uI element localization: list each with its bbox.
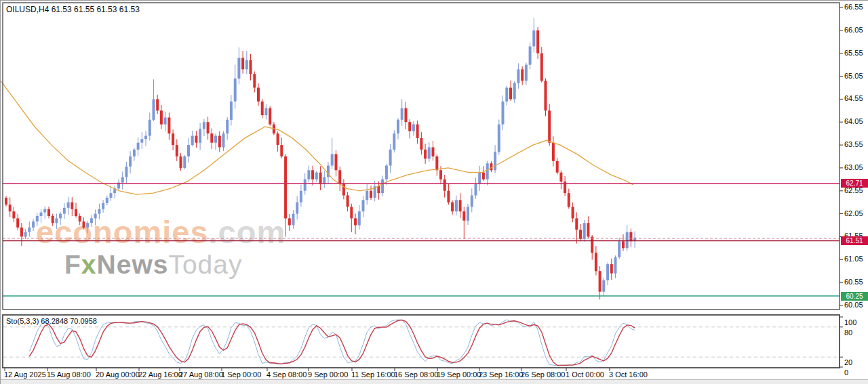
price-axis-label: 62.05 <box>844 209 863 217</box>
down-candle-wicks <box>6 27 631 299</box>
price-axis-label: 66.55 <box>844 3 863 11</box>
time-axis-label: 12 Aug 2025 <box>4 370 46 379</box>
stoch-axis-label: 20 <box>844 358 852 366</box>
window-bottom-edge <box>1 379 868 384</box>
price-axis-label: 60.05 <box>844 301 863 309</box>
time-axis-label: 16 Sep 08:00 <box>394 370 438 379</box>
time-axis-label: 27 Aug 08:00 <box>179 370 223 379</box>
time-axis-label: 1 Oct 00:00 <box>566 370 604 379</box>
price-axis-label: 63.55 <box>844 140 863 148</box>
price-axis-label: 61.05 <box>844 255 863 263</box>
stochastic-label: Sto(5,3,3) 68.2848 70.0958 <box>6 317 97 325</box>
up-candle-wicks <box>26 18 635 297</box>
chart-canvas[interactable] <box>1 1 868 384</box>
stoch-main-line <box>29 320 635 366</box>
price-badge-support: 61.51 <box>841 236 868 245</box>
price-badge-target: 60.25 <box>841 292 868 301</box>
price-axis-label: 66.05 <box>844 26 863 34</box>
time-axis-label: 1 Sep 00:00 <box>221 370 261 379</box>
stoch-axis-label: 80 <box>844 328 852 337</box>
time-axis-label: 11 Sep 16:00 <box>351 370 395 379</box>
time-axis-label: 26 Sep 08:00 <box>521 370 565 379</box>
price-badge-resistance: 62.71 <box>841 179 868 188</box>
stoch-axis-label: 100 <box>844 318 856 326</box>
price-axis-label: 63.05 <box>844 163 863 171</box>
price-axis-label: 65.55 <box>844 49 863 57</box>
down-candles <box>5 30 632 292</box>
stoch-axis-label: 0 <box>844 368 848 377</box>
price-axis-label: 64.55 <box>844 94 863 102</box>
time-axis-label: 9 Sep 00:00 <box>308 370 348 379</box>
chart-window: economies.com FxNewsToday OILUSD,H4 61.5… <box>0 0 868 384</box>
chart-title: OILUSD,H4 61.53 61.55 61.53 61.53 <box>6 5 140 14</box>
up-candles <box>24 30 637 292</box>
main-chart-frame <box>3 3 840 310</box>
time-axis-label: 4 Sep 08:00 <box>267 370 307 379</box>
time-axis-label: 19 Sep 00:00 <box>437 370 481 379</box>
axis-tick-marks <box>5 7 843 371</box>
time-axis-label: 22 Aug 16:00 <box>138 370 182 379</box>
time-axis-label: 15 Aug 08:00 <box>47 370 91 379</box>
price-axis-label: 60.55 <box>844 278 863 286</box>
time-axis-label: 23 Sep 16:00 <box>479 370 523 379</box>
price-axis-label: 64.05 <box>844 117 863 125</box>
time-axis-label: 3 Oct 16:00 <box>609 370 648 379</box>
price-axis-label: 65.05 <box>844 72 863 80</box>
time-axis-label: 20 Aug 00:00 <box>96 370 140 379</box>
